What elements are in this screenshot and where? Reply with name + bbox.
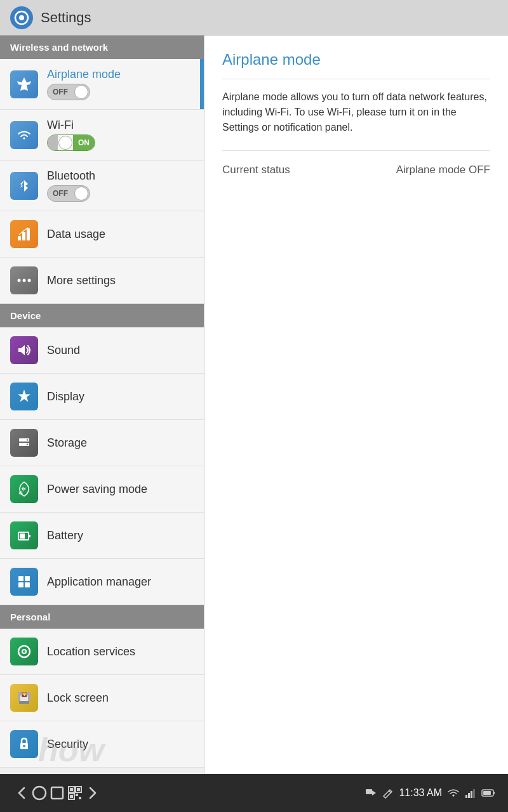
security-icon <box>10 730 38 758</box>
svg-rect-5 <box>27 228 30 240</box>
storage-icon <box>10 429 38 457</box>
wifi-toggle-row: ON <box>47 134 194 151</box>
sidebar-item-power-saving[interactable]: ♻ Power saving mode <box>0 466 204 513</box>
svg-rect-4 <box>22 232 25 240</box>
sidebar-item-airplane-mode[interactable]: Airplane mode OFF <box>0 59 204 110</box>
section-personal: Personal Location services <box>0 605 204 768</box>
sidebar-item-display[interactable]: Display <box>0 374 204 420</box>
topbar: Settings <box>0 0 508 36</box>
wifi-status-icon <box>447 787 460 799</box>
sidebar: Wireless and network Airplane mode OFF <box>0 36 204 774</box>
nav-back-button[interactable] <box>13 784 30 802</box>
svg-point-2 <box>19 15 24 20</box>
main-area: Wireless and network Airplane mode OFF <box>0 36 508 774</box>
svg-rect-40 <box>79 797 81 799</box>
svg-rect-27 <box>19 701 29 704</box>
detail-divider-1 <box>222 79 490 79</box>
svg-text:🌄: 🌄 <box>22 691 27 697</box>
bluetooth-toggle[interactable]: OFF <box>47 185 90 202</box>
svg-rect-37 <box>77 788 80 791</box>
sidebar-item-location-services[interactable]: Location services <box>0 629 204 675</box>
sidebar-item-battery[interactable]: Battery <box>0 513 204 559</box>
airplane-toggle-row: OFF <box>47 84 194 100</box>
bluetooth-content: Bluetooth OFF <box>47 169 194 202</box>
sidebar-item-sound[interactable]: Sound <box>0 327 204 374</box>
bluetooth-toggle-knob <box>74 187 88 200</box>
detail-divider-2 <box>222 150 490 151</box>
airplane-mode-label: Airplane mode <box>47 68 194 81</box>
section-header-personal: Personal <box>0 605 204 629</box>
detail-status-value: Airplane mode OFF <box>396 164 490 176</box>
notification-icon <box>364 787 377 799</box>
svg-point-30 <box>23 745 25 747</box>
section-wireless: Wireless and network Airplane mode OFF <box>0 36 204 304</box>
svg-text:♻: ♻ <box>18 490 23 496</box>
svg-rect-47 <box>473 789 475 798</box>
sound-label: Sound <box>47 344 80 357</box>
sidebar-item-storage[interactable]: Storage <box>0 420 204 466</box>
section-device: Device Sound Di <box>0 304 204 605</box>
data-usage-icon <box>10 220 38 248</box>
svg-rect-3 <box>18 236 21 240</box>
airplane-mode-toggle[interactable]: OFF <box>47 84 90 100</box>
wifi-toggle[interactable]: ON <box>47 134 95 151</box>
detail-status-row: Current status Airplane mode OFF <box>222 164 490 176</box>
signal-icon <box>465 787 476 799</box>
nav-home-button[interactable] <box>30 784 48 802</box>
nav-recents-button[interactable] <box>48 784 66 802</box>
display-label: Display <box>47 390 84 403</box>
power-saving-icon: ♻ <box>10 475 38 503</box>
edit-icon <box>382 787 394 799</box>
svg-point-24 <box>23 650 25 653</box>
wifi-label: Wi-Fi <box>47 119 194 132</box>
bluetooth-toggle-off-label: OFF <box>48 186 73 201</box>
svg-rect-16 <box>29 535 30 537</box>
airplane-mode-content: Airplane mode OFF <box>47 68 194 100</box>
nav-qr-button[interactable] <box>66 784 84 802</box>
sidebar-item-data-usage[interactable]: Data usage <box>0 211 204 258</box>
detail-description: Airplane mode allows you to turn off dat… <box>222 89 490 135</box>
battery-icon <box>10 521 38 549</box>
more-settings-label: More settings <box>47 274 116 287</box>
selected-indicator <box>200 59 204 109</box>
topbar-title: Settings <box>41 10 91 26</box>
airplane-toggle-knob <box>74 85 88 99</box>
wifi-toggle-off-side <box>48 135 58 150</box>
lock-screen-label: Lock screen <box>47 691 109 705</box>
data-usage-label: Data usage <box>47 228 105 241</box>
status-bar-right: 11:33 AM <box>364 787 495 799</box>
detail-panel: Airplane mode Airplane mode allows you t… <box>204 36 508 774</box>
svg-rect-36 <box>70 788 73 791</box>
svg-rect-39 <box>76 794 78 796</box>
nav-menu-button[interactable] <box>84 784 102 802</box>
sidebar-item-app-manager[interactable]: Application manager <box>0 559 204 605</box>
svg-rect-41 <box>366 789 372 794</box>
sidebar-item-bluetooth[interactable]: Bluetooth OFF <box>0 160 204 211</box>
location-services-label: Location services <box>47 645 135 658</box>
location-services-icon <box>10 638 38 665</box>
display-icon <box>10 383 38 410</box>
sidebar-item-more-settings[interactable]: More settings <box>0 258 204 304</box>
bluetooth-toggle-row: OFF <box>47 185 194 202</box>
section-header-device: Device <box>0 304 204 327</box>
sidebar-item-wifi[interactable]: Wi-Fi ON <box>0 110 204 160</box>
sidebar-item-security[interactable]: Security <box>0 721 204 768</box>
sidebar-item-lock-screen[interactable]: 🌄 Lock screen <box>0 675 204 721</box>
wifi-toggle-on-label: ON <box>73 135 95 150</box>
airplane-mode-icon <box>10 70 38 98</box>
section-header-wireless: Wireless and network <box>0 36 204 59</box>
svg-rect-49 <box>493 792 495 794</box>
app-manager-icon <box>10 568 38 596</box>
svg-point-8 <box>28 279 31 282</box>
svg-rect-19 <box>25 576 30 581</box>
battery-label: Battery <box>47 529 83 542</box>
svg-rect-21 <box>25 582 30 587</box>
security-label: Security <box>47 738 88 751</box>
battery-status-icon <box>481 788 495 798</box>
storage-label: Storage <box>47 436 87 450</box>
detail-status-label: Current status <box>222 164 290 176</box>
svg-point-7 <box>23 279 26 282</box>
more-settings-icon <box>10 266 38 294</box>
svg-marker-42 <box>372 790 376 796</box>
svg-rect-17 <box>20 534 25 539</box>
